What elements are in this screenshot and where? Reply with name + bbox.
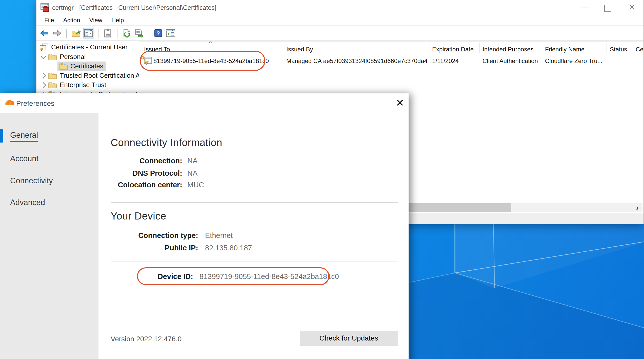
folder-icon	[48, 82, 57, 88]
menu-view[interactable]: View	[88, 16, 104, 24]
selected-item-accent-bar	[0, 129, 3, 143]
tree-item-label: Certificates	[70, 62, 103, 70]
version-text: Version 2022.12.476.0	[111, 335, 182, 343]
toolbar-separator	[66, 29, 67, 38]
colocation-center-label: Colocation center:	[98, 181, 182, 189]
help-icon[interactable]: ?	[153, 28, 163, 38]
minimize-button[interactable]	[581, 8, 589, 8]
your-device-heading: Your Device	[111, 210, 166, 222]
export-list-icon[interactable]	[134, 28, 144, 38]
cell-intended-purposes: Client Authentication	[482, 57, 538, 65]
sidebar-item-account[interactable]: Account	[10, 154, 38, 163]
connection-type-value: Ethernet	[205, 231, 233, 240]
annotation-circle-device-id	[137, 267, 329, 285]
dialog-close-icon[interactable]: ×	[393, 95, 407, 111]
window-title: certmgr - [Certificates - Current User\P…	[52, 0, 216, 15]
menu-file[interactable]: File	[43, 16, 56, 24]
scroll-right-arrow-icon[interactable]: ›	[633, 203, 642, 212]
tree-item-trusted-root[interactable]: Trusted Root Certification Au	[41, 71, 139, 80]
certificates-store-icon	[39, 43, 49, 51]
refresh-icon[interactable]	[122, 28, 132, 38]
statusbar-separator	[512, 214, 512, 223]
connection-type-label: Connection type:	[98, 231, 198, 240]
certmgr-app-icon	[40, 3, 50, 12]
sort-ascending-icon[interactable]: ^	[209, 39, 212, 47]
column-issued-by[interactable]: Issued By	[286, 46, 313, 53]
column-separator[interactable]	[283, 43, 283, 53]
tree-item-label: Trusted Root Certification Au	[60, 72, 139, 79]
column-separator[interactable]	[607, 43, 607, 53]
dns-protocol-value: NA	[187, 169, 197, 177]
up-folder-icon[interactable]	[71, 28, 81, 38]
tree-item-label: Personal	[60, 53, 86, 61]
connection-label: Connection:	[98, 157, 182, 165]
dialog-title: Preferences	[16, 99, 54, 108]
sidebar-item-connectivity[interactable]: Connectivity	[10, 176, 53, 185]
clipboard-icon[interactable]	[103, 28, 113, 38]
maximize-button[interactable]	[604, 5, 611, 12]
annotation-circle-issued-to	[140, 51, 265, 71]
back-arrow-icon[interactable]	[39, 28, 50, 38]
tree-item-certificates[interactable]: Certificates	[57, 62, 106, 71]
section-divider	[111, 262, 398, 262]
svg-text:?: ?	[156, 30, 160, 36]
certmgr-titlebar[interactable]: certmgr - [Certificates - Current User\P…	[36, 0, 643, 15]
show-console-tree-icon[interactable]	[83, 28, 94, 38]
preferences-dialog: Preferences × General Account Connectivi…	[0, 93, 409, 359]
chevron-collapsed-icon[interactable]	[41, 73, 46, 78]
tree-item-personal[interactable]: Personal	[41, 52, 86, 62]
section-divider	[111, 202, 398, 203]
prefs-sidebar: General Account Connectivity Advanced	[0, 113, 98, 359]
prefs-general-panel: Connectivity Information Connection: NA …	[98, 113, 409, 359]
column-expiration-date[interactable]: Expiration Date	[432, 46, 474, 53]
tree-root-certificates-current-user[interactable]: Certificates - Current User	[39, 43, 128, 52]
cell-expiration-date: 1/11/2024	[432, 57, 459, 65]
new-console-window-icon[interactable]	[166, 28, 176, 38]
menu-help[interactable]: Help	[110, 16, 125, 24]
toolbar-separator	[149, 29, 149, 38]
check-for-updates-button[interactable]: Check for Updates	[300, 331, 398, 346]
column-status[interactable]: Status	[610, 46, 627, 53]
public-ip-value: 82.135.80.187	[205, 244, 252, 252]
column-friendly-name[interactable]: Friendly Name	[545, 46, 585, 53]
toolbar: ?	[36, 26, 643, 41]
sidebar-item-general[interactable]: General	[10, 131, 38, 140]
cell-friendly-name: Cloudflare Zero Tru...	[545, 57, 602, 65]
tree-selected-row: Certificates	[57, 62, 106, 71]
menu-bar: File Action View Help	[36, 15, 643, 26]
tree-item-label: Enterprise Trust	[60, 81, 106, 89]
folder-icon	[48, 72, 57, 79]
folder-icon	[48, 53, 57, 60]
forward-arrow-icon[interactable]	[52, 28, 62, 38]
desktop: certmgr - [Certificates - Current User\P…	[0, 0, 644, 359]
column-separator[interactable]	[430, 43, 430, 53]
toolbar-separator	[98, 29, 98, 38]
chevron-collapsed-icon[interactable]	[41, 82, 46, 88]
column-separator[interactable]	[632, 43, 632, 53]
column-certificate-template[interactable]: Ce	[636, 46, 643, 53]
column-separator[interactable]	[479, 43, 480, 53]
menu-action[interactable]: Action	[62, 16, 82, 24]
tree-item-enterprise-trust[interactable]: Enterprise Trust	[41, 80, 106, 90]
column-separator[interactable]	[542, 43, 542, 53]
close-button[interactable]: ×	[626, 0, 637, 15]
colocation-center-value: MUC	[187, 181, 204, 189]
folder-icon	[59, 63, 68, 70]
tree-root-label: Certificates - Current User	[51, 43, 128, 51]
connection-value: NA	[187, 157, 197, 165]
connectivity-information-heading: Connectivity Information	[111, 137, 222, 148]
public-ip-label: Public IP:	[98, 244, 198, 252]
statusbar-separator	[475, 214, 475, 223]
column-intended-purposes[interactable]: Intended Purposes	[482, 46, 533, 53]
cloudflare-logo-icon	[4, 99, 15, 106]
sidebar-item-advanced[interactable]: Advanced	[10, 198, 45, 207]
chevron-expanded-icon[interactable]	[41, 53, 46, 59]
toolbar-separator	[117, 29, 117, 38]
cell-issued-by: Managed CA ae57f03931324f08591d660e7c370…	[286, 57, 428, 65]
dns-protocol-label: DNS Protocol:	[98, 169, 182, 177]
